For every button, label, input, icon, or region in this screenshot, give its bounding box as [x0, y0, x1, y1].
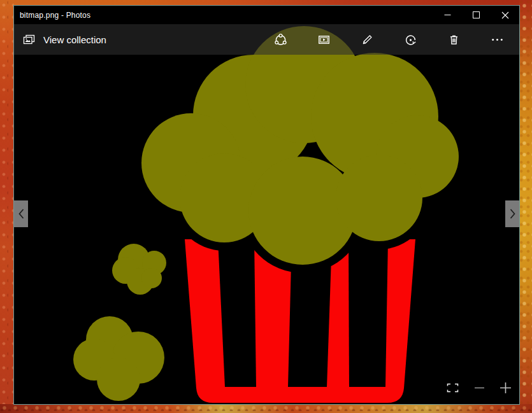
next-photo-button[interactable] [505, 200, 519, 227]
toolbar: View collection [14, 24, 519, 55]
share-icon [274, 33, 287, 46]
see-more-icon [491, 33, 504, 46]
toolbar-actions [266, 24, 519, 55]
fit-to-window-icon [446, 382, 459, 393]
delete-button[interactable] [439, 24, 469, 55]
rotate-icon [404, 33, 417, 46]
wallpaper-left-strip [0, 0, 14, 413]
fit-to-window-button[interactable] [446, 382, 459, 393]
edit-button[interactable] [352, 24, 382, 55]
see-more-button[interactable] [482, 24, 512, 55]
view-collection-label: View collection [43, 34, 106, 45]
zoom-out-button[interactable] [474, 382, 485, 393]
photos-app-window: bitmap.png - Photos [13, 5, 520, 405]
minimize-icon [444, 11, 451, 18]
chevron-right-icon [509, 208, 516, 220]
title-bar[interactable]: bitmap.png - Photos [14, 6, 519, 24]
maximize-button[interactable] [462, 6, 491, 24]
share-button[interactable] [266, 24, 296, 55]
close-icon [501, 11, 509, 19]
photo-popcorn-image[interactable] [14, 24, 519, 404]
minimize-button[interactable] [433, 6, 462, 24]
slideshow-button[interactable] [309, 24, 339, 55]
wallpaper-right-strip [519, 0, 532, 413]
delete-icon [447, 33, 461, 46]
edit-icon [361, 33, 374, 46]
collection-icon [22, 33, 36, 46]
wallpaper-bottom-strip [0, 404, 532, 413]
zoom-controls [446, 382, 512, 394]
window-title: bitmap.png - Photos [14, 11, 90, 20]
previous-photo-button[interactable] [14, 200, 28, 227]
window-controls [433, 6, 519, 24]
photo-content-area: View collection [14, 24, 519, 404]
zoom-out-icon [474, 382, 485, 393]
rotate-button[interactable] [396, 24, 426, 55]
slideshow-icon [317, 33, 331, 46]
close-button[interactable] [491, 6, 519, 24]
view-collection-button[interactable]: View collection [14, 24, 106, 55]
zoom-in-button[interactable] [500, 382, 512, 394]
maximize-icon [473, 11, 480, 18]
zoom-in-icon [500, 382, 512, 394]
chevron-left-icon [18, 208, 25, 220]
